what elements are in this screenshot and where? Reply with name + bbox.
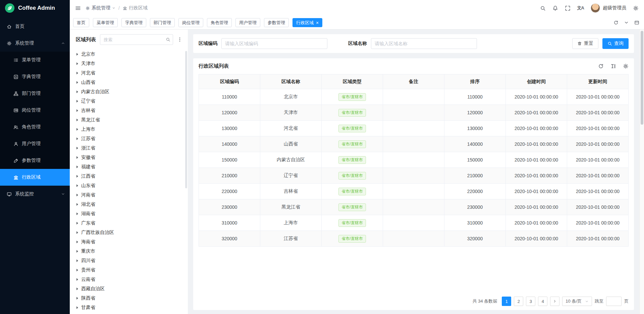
tab-7[interactable]: 用户管理 <box>235 18 260 27</box>
caret-right-icon[interactable] <box>76 250 78 253</box>
tree-search-input[interactable] <box>100 34 173 45</box>
tree-item-17[interactable]: 湖北省 <box>76 200 182 209</box>
sidebar-subitem-3[interactable]: 部门管理 <box>0 85 70 102</box>
caret-right-icon[interactable] <box>76 137 78 140</box>
tree-item-27[interactable]: 陕西省 <box>76 294 182 303</box>
table-row-9[interactable]: 310000上海市省市/直辖市3100002020-10-01 00:00:00… <box>199 215 629 231</box>
search-icon[interactable] <box>166 37 170 42</box>
tree-item-20[interactable]: 广西壮族自治区 <box>76 228 182 237</box>
sidebar-item-system-monitor[interactable]: 系统监控 <box>0 186 70 202</box>
caret-right-icon[interactable] <box>76 156 78 159</box>
refresh-icon[interactable] <box>598 63 604 69</box>
sidebar-item-system-management[interactable]: 系统管理 <box>0 35 70 52</box>
page-size-select[interactable]: 10 条/页 <box>562 297 592 306</box>
page-button-3[interactable]: 3 <box>526 297 535 306</box>
table-row-8[interactable]: 230000黑龙江省省市/直辖市2300002020-10-01 00:00:0… <box>199 199 629 215</box>
table-row-7[interactable]: 220000吉林省省市/直辖市2200002020-10-01 00:00:00… <box>199 184 629 199</box>
tree-item-16[interactable]: 河南省 <box>76 190 182 200</box>
tab-options-chevron-icon[interactable] <box>624 20 629 25</box>
caret-right-icon[interactable] <box>76 297 78 300</box>
sidebar-subitem-4[interactable]: 岗位管理 <box>0 102 70 119</box>
tab-6[interactable]: 角色管理 <box>207 18 232 27</box>
column-settings-icon[interactable] <box>623 63 629 69</box>
caret-right-icon[interactable] <box>76 241 78 243</box>
tab-3[interactable]: 字典管理 <box>121 18 146 27</box>
vertical-scrollbar[interactable] <box>639 29 644 314</box>
breadcrumb-parent[interactable]: 系统管理 <box>86 5 115 11</box>
page-button-4[interactable]: 4 <box>538 297 547 306</box>
caret-right-icon[interactable] <box>76 203 78 206</box>
caret-right-icon[interactable] <box>76 231 78 234</box>
table-row-4[interactable]: 140000山西省省市/直辖市1400002020-10-01 00:00:00… <box>199 136 629 152</box>
tree-item-9[interactable]: 上海市 <box>76 125 182 134</box>
tree-item-19[interactable]: 广东省 <box>76 218 182 228</box>
settings-gear-icon[interactable] <box>633 5 639 11</box>
caret-right-icon[interactable] <box>76 194 78 196</box>
caret-right-icon[interactable] <box>76 306 78 309</box>
sidebar-subitem-5[interactable]: 角色管理 <box>0 119 70 135</box>
collapse-sidebar-icon[interactable] <box>75 5 81 11</box>
translate-icon[interactable]: 文A <box>577 5 584 11</box>
tree-more-icon[interactable] <box>177 37 182 42</box>
region-name-input[interactable] <box>371 38 477 49</box>
jump-page-input[interactable] <box>606 297 622 306</box>
next-page-button[interactable] <box>550 297 559 306</box>
tab-2[interactable]: 菜单管理 <box>93 18 118 27</box>
tree-item-4[interactable]: 山西省 <box>76 78 182 87</box>
caret-right-icon[interactable] <box>76 53 78 56</box>
caret-right-icon[interactable] <box>76 259 78 262</box>
sidebar-subitem-8[interactable]: 行政区域 <box>0 169 70 186</box>
caret-right-icon[interactable] <box>76 109 78 112</box>
table-row-10[interactable]: 320000江苏省省市/直辖市3200002020-10-01 00:00:00… <box>199 231 629 247</box>
tree-item-24[interactable]: 贵州省 <box>76 265 182 275</box>
caret-right-icon[interactable] <box>76 147 78 149</box>
tree-item-21[interactable]: 海南省 <box>76 237 182 247</box>
tab-close-icon[interactable]: × <box>316 20 319 25</box>
tree-item-8[interactable]: 黑龙江省 <box>76 115 182 125</box>
tab-4[interactable]: 部门管理 <box>150 18 175 27</box>
search-icon[interactable] <box>540 5 546 11</box>
caret-right-icon[interactable] <box>76 269 78 271</box>
caret-right-icon[interactable] <box>76 278 78 281</box>
tree-item-5[interactable]: 内蒙古自治区 <box>76 87 182 97</box>
refresh-icon[interactable] <box>613 20 619 25</box>
scrollbar-thumb[interactable] <box>641 31 643 125</box>
tree-item-22[interactable]: 重庆市 <box>76 247 182 256</box>
reset-button[interactable]: 重置 <box>572 38 598 49</box>
tree-item-28[interactable]: 甘肃省 <box>76 303 182 312</box>
tree-item-2[interactable]: 天津市 <box>76 59 182 68</box>
tab-9[interactable]: 行政区域× <box>292 18 322 27</box>
tree-item-18[interactable]: 湖南省 <box>76 209 182 218</box>
table-row-1[interactable]: 110000北京市省市/直辖市1100002020-10-01 00:00:00… <box>199 89 629 105</box>
sidebar-subitem-6[interactable]: 用户管理 <box>0 135 70 152</box>
tree-item-12[interactable]: 安徽省 <box>76 153 182 162</box>
table-row-5[interactable]: 150000内蒙古自治区省市/直辖市1500002020-10-01 00:00… <box>199 152 629 168</box>
tree-item-29[interactable]: 青海省 <box>76 312 182 314</box>
tree-item-10[interactable]: 江苏省 <box>76 134 182 143</box>
tree-item-14[interactable]: 江西省 <box>76 172 182 181</box>
caret-right-icon[interactable] <box>76 119 78 121</box>
tree-item-11[interactable]: 浙江省 <box>76 143 182 153</box>
region-code-input[interactable] <box>221 38 327 49</box>
caret-right-icon[interactable] <box>76 72 78 74</box>
table-row-6[interactable]: 210000辽宁省省市/直辖市2100002020-10-01 00:00:00… <box>199 168 629 184</box>
avatar[interactable] <box>591 3 600 13</box>
tree-item-13[interactable]: 福建省 <box>76 162 182 172</box>
caret-right-icon[interactable] <box>76 166 78 168</box>
tree-item-1[interactable]: 北京市 <box>76 50 182 59</box>
caret-right-icon[interactable] <box>76 184 78 187</box>
sidebar-subitem-1[interactable]: 菜单管理 <box>0 52 70 68</box>
caret-right-icon[interactable] <box>76 222 78 225</box>
tree-item-23[interactable]: 四川省 <box>76 256 182 265</box>
tree-item-26[interactable]: 西藏自治区 <box>76 284 182 294</box>
tree-item-25[interactable]: 云南省 <box>76 275 182 284</box>
tab-1[interactable]: 首页 <box>73 18 89 27</box>
fullscreen-icon[interactable] <box>565 5 571 11</box>
tab-5[interactable]: 岗位管理 <box>178 18 203 27</box>
app-logo[interactable]: Coffee Admin <box>0 0 70 16</box>
tree-scrollbar[interactable] <box>185 51 187 188</box>
user-menu[interactable]: 超级管理员 <box>591 3 626 13</box>
layout-icon[interactable] <box>634 20 639 25</box>
table-row-2[interactable]: 120000天津市省市/直辖市1200002020-10-01 00:00:00… <box>199 105 629 121</box>
tree-item-3[interactable]: 河北省 <box>76 68 182 78</box>
